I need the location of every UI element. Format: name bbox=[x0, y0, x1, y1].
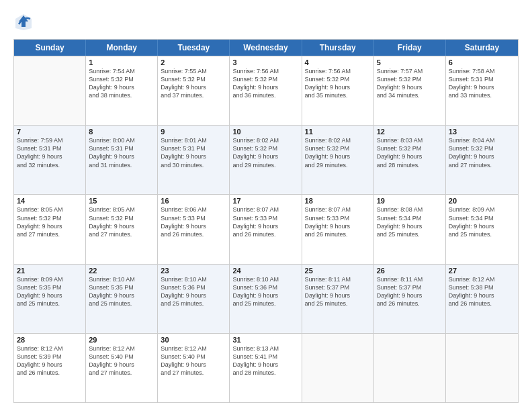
calendar-day-25: 25Sunrise: 8:11 AM Sunset: 5:37 PM Dayli… bbox=[302, 265, 374, 333]
header-day-sunday: Sunday bbox=[14, 40, 86, 56]
day-number: 6 bbox=[449, 58, 515, 66]
day-info: Sunrise: 8:05 AM Sunset: 5:32 PM Dayligh… bbox=[89, 205, 154, 238]
calendar-day-20: 20Sunrise: 8:09 AM Sunset: 5:34 PM Dayli… bbox=[446, 195, 518, 263]
header-day-saturday: Saturday bbox=[446, 40, 518, 56]
calendar-body: 1Sunrise: 7:54 AM Sunset: 5:32 PM Daylig… bbox=[14, 56, 518, 402]
calendar-empty bbox=[374, 334, 446, 402]
day-info: Sunrise: 8:10 AM Sunset: 5:36 PM Dayligh… bbox=[232, 275, 298, 308]
day-number: 31 bbox=[232, 336, 298, 344]
calendar-day-9: 9Sunrise: 8:01 AM Sunset: 5:31 PM Daylig… bbox=[158, 126, 230, 194]
day-number: 4 bbox=[305, 58, 371, 66]
calendar-empty bbox=[446, 334, 518, 402]
calendar-day-10: 10Sunrise: 8:02 AM Sunset: 5:32 PM Dayli… bbox=[230, 126, 302, 194]
day-info: Sunrise: 7:56 AM Sunset: 5:32 PM Dayligh… bbox=[232, 67, 298, 100]
calendar-week-5: 28Sunrise: 8:12 AM Sunset: 5:39 PM Dayli… bbox=[14, 333, 518, 402]
calendar-day-8: 8Sunrise: 8:00 AM Sunset: 5:31 PM Daylig… bbox=[86, 126, 158, 194]
page: SundayMondayTuesdayWednesdayThursdayFrid… bbox=[0, 0, 532, 411]
day-number: 25 bbox=[305, 267, 371, 275]
day-info: Sunrise: 8:12 AM Sunset: 5:38 PM Dayligh… bbox=[449, 275, 515, 308]
calendar-day-29: 29Sunrise: 8:12 AM Sunset: 5:40 PM Dayli… bbox=[86, 334, 158, 402]
calendar-day-22: 22Sunrise: 8:10 AM Sunset: 5:35 PM Dayli… bbox=[86, 265, 158, 333]
calendar-day-6: 6Sunrise: 7:58 AM Sunset: 5:31 PM Daylig… bbox=[446, 56, 518, 125]
day-info: Sunrise: 8:09 AM Sunset: 5:34 PM Dayligh… bbox=[449, 205, 515, 238]
day-number: 28 bbox=[17, 336, 83, 344]
day-info: Sunrise: 8:11 AM Sunset: 5:37 PM Dayligh… bbox=[305, 275, 371, 308]
calendar-day-23: 23Sunrise: 8:10 AM Sunset: 5:36 PM Dayli… bbox=[158, 265, 230, 333]
day-number: 20 bbox=[449, 197, 515, 205]
calendar-day-13: 13Sunrise: 8:04 AM Sunset: 5:32 PM Dayli… bbox=[446, 126, 518, 194]
calendar-week-1: 1Sunrise: 7:54 AM Sunset: 5:32 PM Daylig… bbox=[14, 56, 518, 125]
day-info: Sunrise: 7:57 AM Sunset: 5:32 PM Dayligh… bbox=[377, 67, 443, 100]
calendar-day-2: 2Sunrise: 7:55 AM Sunset: 5:32 PM Daylig… bbox=[158, 56, 230, 125]
day-info: Sunrise: 8:09 AM Sunset: 5:35 PM Dayligh… bbox=[17, 275, 83, 308]
calendar: SundayMondayTuesdayWednesdayThursdayFrid… bbox=[13, 39, 519, 403]
header-day-tuesday: Tuesday bbox=[158, 40, 230, 56]
calendar-day-19: 19Sunrise: 8:08 AM Sunset: 5:34 PM Dayli… bbox=[374, 195, 446, 263]
calendar-day-1: 1Sunrise: 7:54 AM Sunset: 5:32 PM Daylig… bbox=[86, 56, 158, 125]
day-info: Sunrise: 7:56 AM Sunset: 5:32 PM Dayligh… bbox=[305, 67, 371, 100]
day-number: 26 bbox=[377, 267, 443, 275]
calendar-empty bbox=[302, 334, 374, 402]
header-day-wednesday: Wednesday bbox=[230, 40, 302, 56]
day-number: 29 bbox=[89, 336, 154, 344]
day-info: Sunrise: 8:12 AM Sunset: 5:40 PM Dayligh… bbox=[161, 345, 226, 377]
day-number: 21 bbox=[17, 267, 83, 275]
day-info: Sunrise: 8:12 AM Sunset: 5:39 PM Dayligh… bbox=[17, 345, 83, 377]
day-info: Sunrise: 8:10 AM Sunset: 5:35 PM Dayligh… bbox=[89, 275, 154, 308]
header bbox=[13, 12, 519, 32]
calendar-day-21: 21Sunrise: 8:09 AM Sunset: 5:35 PM Dayli… bbox=[14, 265, 86, 333]
day-number: 9 bbox=[161, 128, 226, 136]
day-info: Sunrise: 7:58 AM Sunset: 5:31 PM Dayligh… bbox=[449, 67, 515, 100]
calendar-day-4: 4Sunrise: 7:56 AM Sunset: 5:32 PM Daylig… bbox=[302, 56, 374, 125]
calendar-day-7: 7Sunrise: 7:59 AM Sunset: 5:31 PM Daylig… bbox=[14, 126, 86, 194]
day-info: Sunrise: 8:08 AM Sunset: 5:34 PM Dayligh… bbox=[377, 205, 443, 238]
day-info: Sunrise: 8:02 AM Sunset: 5:32 PM Dayligh… bbox=[232, 136, 298, 169]
calendar-day-15: 15Sunrise: 8:05 AM Sunset: 5:32 PM Dayli… bbox=[86, 195, 158, 263]
day-number: 17 bbox=[232, 197, 298, 205]
day-info: Sunrise: 8:06 AM Sunset: 5:33 PM Dayligh… bbox=[161, 205, 226, 238]
day-info: Sunrise: 8:05 AM Sunset: 5:32 PM Dayligh… bbox=[17, 205, 83, 238]
calendar-day-18: 18Sunrise: 8:07 AM Sunset: 5:33 PM Dayli… bbox=[302, 195, 374, 263]
day-info: Sunrise: 8:07 AM Sunset: 5:33 PM Dayligh… bbox=[232, 205, 298, 238]
day-info: Sunrise: 8:12 AM Sunset: 5:40 PM Dayligh… bbox=[89, 345, 154, 377]
day-info: Sunrise: 8:04 AM Sunset: 5:32 PM Dayligh… bbox=[449, 136, 515, 169]
day-number: 11 bbox=[305, 128, 371, 136]
calendar-day-17: 17Sunrise: 8:07 AM Sunset: 5:33 PM Dayli… bbox=[230, 195, 302, 263]
header-day-monday: Monday bbox=[86, 40, 158, 56]
day-info: Sunrise: 8:01 AM Sunset: 5:31 PM Dayligh… bbox=[161, 136, 226, 169]
day-info: Sunrise: 8:11 AM Sunset: 5:37 PM Dayligh… bbox=[377, 275, 443, 308]
day-number: 13 bbox=[449, 128, 515, 136]
calendar-day-26: 26Sunrise: 8:11 AM Sunset: 5:37 PM Dayli… bbox=[374, 265, 446, 333]
header-day-thursday: Thursday bbox=[302, 40, 374, 56]
logo-icon bbox=[13, 12, 34, 32]
day-number: 12 bbox=[377, 128, 443, 136]
day-number: 10 bbox=[232, 128, 298, 136]
day-number: 15 bbox=[89, 197, 154, 205]
day-number: 5 bbox=[377, 58, 443, 66]
day-number: 27 bbox=[449, 267, 515, 275]
day-number: 24 bbox=[232, 267, 298, 275]
day-number: 22 bbox=[89, 267, 154, 275]
calendar-day-27: 27Sunrise: 8:12 AM Sunset: 5:38 PM Dayli… bbox=[446, 265, 518, 333]
day-info: Sunrise: 7:55 AM Sunset: 5:32 PM Dayligh… bbox=[161, 67, 226, 100]
calendar-day-14: 14Sunrise: 8:05 AM Sunset: 5:32 PM Dayli… bbox=[14, 195, 86, 263]
calendar-day-16: 16Sunrise: 8:06 AM Sunset: 5:33 PM Dayli… bbox=[158, 195, 230, 263]
day-info: Sunrise: 8:02 AM Sunset: 5:32 PM Dayligh… bbox=[305, 136, 371, 169]
day-number: 23 bbox=[161, 267, 226, 275]
day-number: 7 bbox=[17, 128, 83, 136]
calendar-day-28: 28Sunrise: 8:12 AM Sunset: 5:39 PM Dayli… bbox=[14, 334, 86, 402]
calendar-day-31: 31Sunrise: 8:13 AM Sunset: 5:41 PM Dayli… bbox=[230, 334, 302, 402]
day-info: Sunrise: 7:54 AM Sunset: 5:32 PM Dayligh… bbox=[89, 67, 154, 100]
day-info: Sunrise: 8:03 AM Sunset: 5:32 PM Dayligh… bbox=[377, 136, 443, 169]
calendar-day-12: 12Sunrise: 8:03 AM Sunset: 5:32 PM Dayli… bbox=[374, 126, 446, 194]
day-number: 16 bbox=[161, 197, 226, 205]
day-info: Sunrise: 8:00 AM Sunset: 5:31 PM Dayligh… bbox=[89, 136, 154, 169]
day-info: Sunrise: 8:07 AM Sunset: 5:33 PM Dayligh… bbox=[305, 205, 371, 238]
calendar-empty bbox=[14, 56, 86, 125]
day-info: Sunrise: 8:13 AM Sunset: 5:41 PM Dayligh… bbox=[232, 345, 298, 377]
day-number: 8 bbox=[89, 128, 154, 136]
header-day-friday: Friday bbox=[374, 40, 446, 56]
day-info: Sunrise: 7:59 AM Sunset: 5:31 PM Dayligh… bbox=[17, 136, 83, 169]
day-number: 1 bbox=[89, 58, 154, 66]
calendar-day-11: 11Sunrise: 8:02 AM Sunset: 5:32 PM Dayli… bbox=[302, 126, 374, 194]
